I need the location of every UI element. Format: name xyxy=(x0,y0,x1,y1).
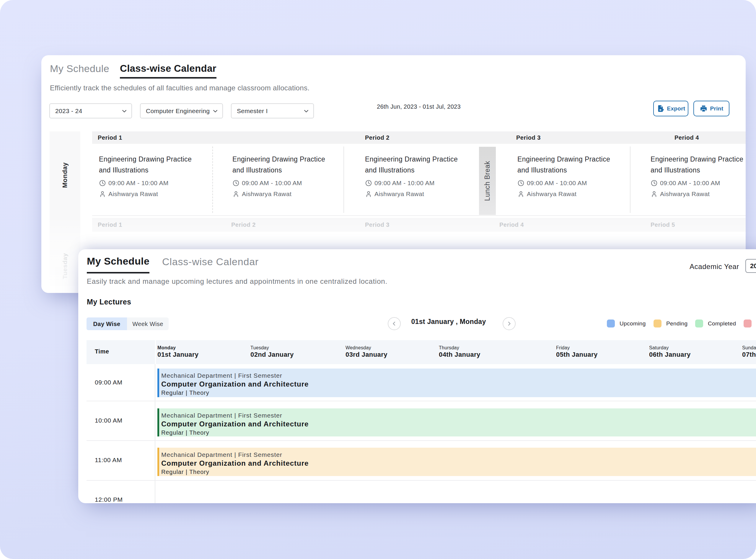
lunch-break-bar: Lunch Break xyxy=(479,147,496,215)
day-name: Friday xyxy=(556,345,598,351)
clock-icon xyxy=(517,180,525,187)
legend-swatch-pending xyxy=(653,319,662,328)
tab-class-wise-calendar[interactable]: Class-wise Calendar xyxy=(120,64,217,79)
lecture-time: 09:00 AM - 10:00 AM xyxy=(375,180,435,187)
lecture-instructor-row: Aishwarya Rawat xyxy=(365,191,424,198)
toggle-day-wise[interactable]: Day Wise xyxy=(87,317,127,330)
event-body: Mechanical Department | First Semester C… xyxy=(159,368,756,397)
legend-swatch-completed xyxy=(695,319,703,328)
lecture-instructor-row: Aishwarya Rawat xyxy=(232,191,291,198)
toggle-week-wise[interactable]: Week Wise xyxy=(127,317,169,330)
day-name: Wednesday xyxy=(346,345,387,351)
period-header: Period 1 xyxy=(98,135,122,140)
event-title: Computer Organization and Architecture xyxy=(161,380,756,388)
lecture-event-completed[interactable]: Mechanical Department | First Semester C… xyxy=(157,408,756,437)
row-divider xyxy=(87,401,756,401)
legend-label-pending: Pending xyxy=(666,321,688,326)
event-meta: Regular | Theory xyxy=(161,469,756,475)
day-wise-label: Day Wise xyxy=(93,321,120,327)
event-meta: Regular | Theory xyxy=(161,390,756,396)
lecture-instructor: Aishwarya Rawat xyxy=(108,191,158,198)
lecture-time: 09:00 AM - 10:00 AM xyxy=(660,180,720,187)
day-header-monday: Monday 01st January xyxy=(157,345,198,358)
next-day-button[interactable] xyxy=(503,317,516,330)
header-separator xyxy=(155,340,156,364)
legend-label-upcoming: Upcoming xyxy=(620,321,646,326)
lecture-instructor-row: Aishwarya Rawat xyxy=(517,191,576,198)
day-date: 01st January xyxy=(157,351,198,358)
tab-my-schedule[interactable]: My Schedule xyxy=(50,64,109,73)
event-department: Mechanical Department | First Semester xyxy=(161,412,756,419)
timetable-cell[interactable]: Engineering Drawing Practice and Illustr… xyxy=(650,153,746,176)
event-meta: Regular | Theory xyxy=(161,430,756,436)
chevron-right-icon xyxy=(507,321,511,326)
chevron-down-icon xyxy=(303,108,309,114)
lecture-time-row: 09:00 AM - 10:00 AM xyxy=(99,180,169,187)
lecture-title: Engineering Drawing Practice and Illustr… xyxy=(517,153,618,176)
time-column-divider xyxy=(155,364,155,503)
lecture-instructor: Aishwarya Rawat xyxy=(242,191,291,198)
lecture-time-row: 09:00 AM - 10:00 AM xyxy=(517,180,587,187)
clock-icon xyxy=(650,180,658,187)
timetable-cell[interactable]: Engineering Drawing Practice and Illustr… xyxy=(365,153,465,176)
lecture-event-pending[interactable]: Mechanical Department | First Semester C… xyxy=(157,448,756,476)
timetable-row-monday: Engineering Drawing Practice and Illustr… xyxy=(92,144,746,215)
event-title: Computer Organization and Architecture xyxy=(161,459,756,467)
day-date: 02nd January xyxy=(250,351,294,358)
department-select[interactable]: Computer Engineering xyxy=(140,103,223,118)
person-icon xyxy=(650,191,658,198)
cell-separator xyxy=(212,147,213,213)
day-date: 05th January xyxy=(556,351,598,358)
lecture-instructor: Aishwarya Rawat xyxy=(527,191,576,198)
person-icon xyxy=(232,191,240,198)
chevron-left-icon xyxy=(392,321,397,326)
semester-select[interactable]: Semester I xyxy=(231,103,314,118)
academic-year-value: 2023 - 24 xyxy=(750,263,756,269)
legend-swatch-cancelled xyxy=(743,319,752,328)
day-header-thursday: Thursday 04th January xyxy=(439,345,481,358)
day-name: Sunday xyxy=(742,345,756,351)
academic-year-value: 2023 - 24 xyxy=(55,108,82,115)
lecture-instructor-row: Aishwarya Rawat xyxy=(650,191,710,198)
clock-icon xyxy=(365,180,372,187)
export-icon xyxy=(657,105,664,112)
academic-year-select[interactable]: 2023 - 24 xyxy=(746,259,756,273)
page-background: My Schedule Class-wise Calendar Efficien… xyxy=(0,0,756,559)
timetable-cell[interactable]: Engineering Drawing Practice and Illustr… xyxy=(517,153,618,176)
tab-my-schedule[interactable]: My Schedule xyxy=(87,256,150,273)
lecture-time: 09:00 AM - 10:00 AM xyxy=(242,180,302,187)
clock-icon xyxy=(232,180,240,187)
legend-swatch-upcoming xyxy=(607,319,615,328)
day-name: Monday xyxy=(157,345,198,351)
lecture-instructor-row: Aishwarya Rawat xyxy=(99,191,158,198)
time-slot-label: 12:00 PM xyxy=(95,496,123,503)
lunch-break-label: Lunch Break xyxy=(484,152,491,210)
print-label: Print xyxy=(710,106,724,112)
person-icon xyxy=(99,191,106,198)
person-icon xyxy=(365,191,372,198)
day-name: Tuesday xyxy=(250,345,294,351)
time-column-header: Time xyxy=(95,349,109,354)
lecture-event-upcoming[interactable]: Mechanical Department | First Semester C… xyxy=(157,368,756,397)
timetable-cell[interactable]: Engineering Drawing Practice and Illustr… xyxy=(232,153,333,176)
day-header-wednesday: Wednesday 03rd January xyxy=(346,345,387,358)
period-header: Period 2 xyxy=(365,135,390,140)
print-button[interactable]: Print xyxy=(693,101,729,116)
time-slot-label: 09:00 AM xyxy=(95,379,123,386)
clock-icon xyxy=(99,180,106,187)
academic-year-select[interactable]: 2023 - 24 xyxy=(49,103,132,118)
timetable-cell[interactable]: Engineering Drawing Practice and Illustr… xyxy=(99,153,199,176)
time-slot-label: 10:00 AM xyxy=(95,417,123,424)
week-wise-label: Week Wise xyxy=(132,321,163,327)
export-button[interactable]: Export xyxy=(653,101,688,116)
tab-class-wise-calendar[interactable]: Class-wise Calendar xyxy=(162,256,259,267)
section-title: My Lectures xyxy=(87,298,131,306)
period-header: Period 3 xyxy=(516,135,541,140)
event-title: Computer Organization and Architecture xyxy=(161,420,756,428)
page-subtitle: Easily track and manage upcoming lecture… xyxy=(87,278,387,285)
event-body: Mechanical Department | First Semester C… xyxy=(159,408,756,437)
lecture-instructor: Aishwarya Rawat xyxy=(375,191,424,198)
previous-day-button[interactable] xyxy=(388,317,401,330)
period-header-row: Period 1 Period 2 Period 3 Period 4 xyxy=(92,131,746,144)
day-date: 03rd January xyxy=(346,351,387,358)
